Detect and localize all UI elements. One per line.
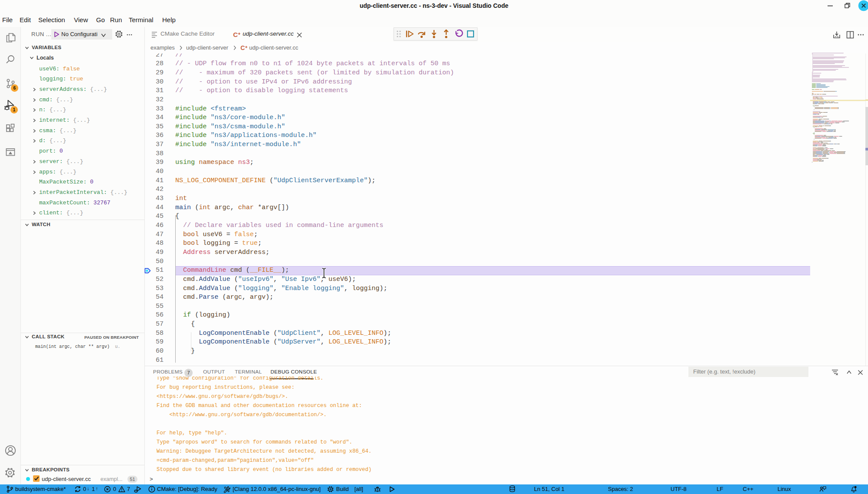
svg-text:C: C	[240, 45, 245, 51]
svg-text:C: C	[233, 31, 238, 38]
